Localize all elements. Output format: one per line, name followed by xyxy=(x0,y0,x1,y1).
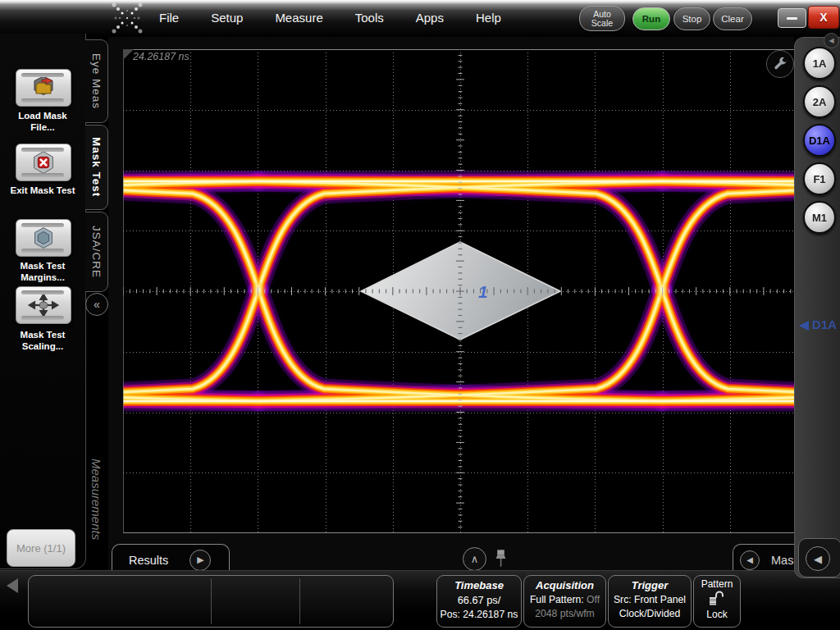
timebase-title: Timebase xyxy=(437,579,521,591)
app-window: File Setup Measure Tools Apps Help AutoS… xyxy=(0,0,840,630)
collapse-icon: « xyxy=(94,298,100,311)
exit-mask-test-button[interactable] xyxy=(16,144,71,181)
scroll-left-button[interactable] xyxy=(7,578,18,593)
measurements-label: Measurements xyxy=(84,429,107,570)
agilent-spark-icon xyxy=(126,17,128,19)
minimize-icon xyxy=(787,17,797,20)
results-tab-label: Results xyxy=(129,554,168,567)
load-mask-file-label: Load MaskFile... xyxy=(0,110,85,133)
mask-test-margins-button[interactable] xyxy=(16,219,71,257)
groove xyxy=(21,173,64,177)
pattern-lock-panel[interactable]: Pattern Lock xyxy=(693,575,741,628)
menu-tools[interactable]: Tools xyxy=(352,9,387,26)
close-icon: X xyxy=(819,11,827,24)
left-arrow-icon xyxy=(7,578,18,593)
lock-label: Lock xyxy=(694,609,740,620)
groove xyxy=(21,290,64,294)
collapse-mask-tab-button[interactable]: ◀ xyxy=(740,550,760,570)
full-pattern-label: Full Pattern: xyxy=(530,594,584,605)
mask-test-margins-label: Mask TestMargins... xyxy=(0,260,85,283)
load-mask-file-icon xyxy=(27,75,60,100)
tab-eye-meas[interactable]: Eye Meas xyxy=(85,39,108,123)
minimize-button[interactable] xyxy=(778,8,806,28)
full-pattern-value: Off xyxy=(587,594,600,605)
title-bar: File Setup Measure Tools Apps Help AutoS… xyxy=(0,0,840,37)
groove xyxy=(21,73,64,77)
trigger-title: Trigger xyxy=(609,579,691,591)
channel-button-1a[interactable]: 1A xyxy=(803,47,836,80)
open-drawer-button[interactable]: ◀ xyxy=(806,546,830,571)
timebase-panel[interactable]: Timebase 66.67 ps/ Pos: 24.26187 ns xyxy=(436,575,522,628)
eye-diagram-display xyxy=(123,49,797,533)
timebase-scale: 66.67 ps/ xyxy=(437,594,521,606)
menu-measure[interactable]: Measure xyxy=(272,9,326,26)
exit-mask-test-label: Exit Mask Test xyxy=(0,185,85,196)
menu-setup[interactable]: Setup xyxy=(208,9,246,26)
groove xyxy=(21,98,64,103)
expand-results-button[interactable]: ▶ xyxy=(189,550,211,571)
trigger-mode: Clock/Divided xyxy=(609,608,691,619)
wrench-icon xyxy=(772,56,788,72)
signal-info-panel[interactable] xyxy=(28,575,394,628)
groove xyxy=(21,148,64,152)
channel-button-2a[interactable]: 2A xyxy=(803,85,836,118)
back-icon: ◀ xyxy=(829,37,833,44)
back-icon: ◀ xyxy=(746,555,753,564)
acquisition-points: 2048 pts/wfm xyxy=(524,608,605,619)
display-settings-button[interactable] xyxy=(766,50,794,78)
channel-panel: 1A 2A D1A F1 M1 ◀ D1A xyxy=(794,37,840,578)
divider xyxy=(211,578,212,624)
menu-help[interactable]: Help xyxy=(472,9,504,26)
stop-button[interactable]: Stop xyxy=(673,7,710,30)
tab-mask-test[interactable]: Mask Test xyxy=(85,125,108,210)
exit-mask-test-icon xyxy=(28,150,59,175)
panel-collapse-button[interactable]: ◀ xyxy=(824,33,839,48)
menu-apps[interactable]: Apps xyxy=(413,9,447,26)
auto-scale-button[interactable]: AutoScale xyxy=(579,6,625,31)
acquisition-panel[interactable]: Acquisition Full Pattern: Off 2048 pts/w… xyxy=(523,575,606,628)
left-triangle-icon: ◀ xyxy=(799,317,809,331)
channel-button-d1a[interactable]: D1A xyxy=(803,124,836,157)
pin-icon[interactable] xyxy=(495,549,507,568)
right-drawer-handle[interactable]: ◀ xyxy=(798,538,840,578)
mask-test-scaling-icon xyxy=(27,294,60,317)
divider xyxy=(299,578,300,624)
active-trace-indicator: ◀ D1A xyxy=(795,317,840,332)
graph-region: 24.26187 ns Results ▶ ∧ ◀ Mask Test xyxy=(108,37,794,574)
groove xyxy=(21,223,64,227)
expand-up-button[interactable]: ∧ xyxy=(463,547,486,571)
trigger-source: Src: Front Panel xyxy=(609,594,691,605)
timebase-position-readout: 24.26187 ns xyxy=(133,51,189,62)
status-bar: D1A 50 mV/ 0 V CDR... 9.9532800 Gb/s LBW… xyxy=(0,570,840,630)
run-button[interactable]: Run xyxy=(632,7,670,30)
close-button[interactable]: X xyxy=(808,6,839,29)
groove xyxy=(21,316,64,320)
lock-open-icon xyxy=(708,590,726,605)
channel-button-f1[interactable]: F1 xyxy=(803,162,836,195)
collapse-panel-button[interactable]: « xyxy=(85,293,108,316)
groove xyxy=(21,249,64,253)
tab-jsa-cre[interactable]: JSA/CRE xyxy=(85,212,108,292)
mask-test-scaling-label: Mask TestScaling... xyxy=(0,329,85,352)
load-mask-file-button[interactable] xyxy=(16,69,71,107)
mask-test-scaling-button[interactable] xyxy=(16,286,71,324)
channel-button-m1[interactable]: M1 xyxy=(803,201,836,234)
acquisition-title: Acquisition xyxy=(524,579,605,591)
timebase-position: Pos: 24.26187 ns xyxy=(437,609,521,620)
chevron-up-icon: ∧ xyxy=(471,553,479,565)
clear-button[interactable]: Clear xyxy=(713,7,752,30)
play-icon: ▶ xyxy=(197,555,203,565)
mask-test-margins-icon xyxy=(28,226,59,250)
trigger-panel[interactable]: Trigger Src: Front Panel Clock/Divided xyxy=(608,575,692,628)
menu-file[interactable]: File xyxy=(156,9,182,26)
menu-bar: File Setup Measure Tools Apps Help xyxy=(156,9,504,26)
pattern-label: Pattern xyxy=(694,578,740,590)
more-button[interactable]: More (1/1) xyxy=(7,529,75,567)
back-icon: ◀ xyxy=(814,553,822,565)
